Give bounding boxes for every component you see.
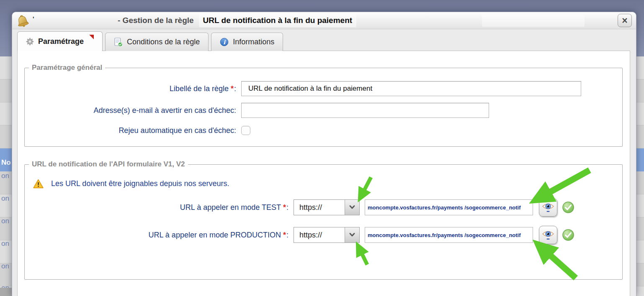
url-test-label: URL à appeler en mode TEST*: <box>25 203 289 212</box>
fieldset-legend: URL de notification de l'API formulaire … <box>29 160 188 168</box>
check-circle-icon <box>562 201 574 214</box>
tab-parametrage[interactable]: Paramétrage <box>17 31 103 51</box>
bell-icon <box>15 14 30 28</box>
background-row-fragment: on <box>1 194 9 203</box>
check-circle-icon <box>562 229 574 241</box>
email-input[interactable] <box>241 103 489 118</box>
titlebar-mark: ' <box>33 15 34 22</box>
required-asterisk: * <box>283 203 286 212</box>
background-row-fragment: No <box>1 158 11 167</box>
chevron-down-icon[interactable] <box>345 227 359 242</box>
warning-icon <box>33 179 44 189</box>
url-production-label: URL à appeler en mode PRODUCTION*: <box>25 231 289 240</box>
rejeu-label: Rejeu automatique en cas d'échec: <box>25 126 236 135</box>
tab-label: Conditions de la règle <box>127 38 200 46</box>
label-colon: : <box>234 84 236 93</box>
fieldset-parametrage-general: Paramétrage général Libellé de la règle*… <box>24 64 623 147</box>
dialog-title-rule-name: URL de notification à la fin du paiement <box>199 14 356 27</box>
tab-conditions[interactable]: Conditions de la règle <box>105 33 209 51</box>
url-test-input[interactable] <box>365 199 533 215</box>
protocol-value: https:// <box>294 227 345 242</box>
document-check-icon <box>114 38 123 47</box>
label-colon: : <box>286 203 289 212</box>
chevron-down-icon[interactable] <box>345 200 359 215</box>
tab-bar: Paramétrage Conditions de la règle <box>17 32 283 51</box>
gear-icon <box>26 38 34 46</box>
tab-label: Informations <box>233 38 274 46</box>
url-test-valid-status <box>562 201 574 214</box>
preview-url-production-button[interactable] <box>539 226 557 244</box>
form-row-rejeu: Rejeu automatique en cas d'échec: <box>25 125 622 136</box>
warning-text: Les URL doivent être joignables depuis n… <box>51 179 229 188</box>
protocol-value: https:// <box>294 200 345 215</box>
close-icon: × <box>622 16 627 26</box>
form-row-url-production: URL à appeler en mode PRODUCTION*: https… <box>25 226 622 244</box>
preview-url-test-button[interactable] <box>539 198 557 217</box>
url-production-valid-status <box>562 229 574 241</box>
close-button[interactable]: × <box>618 14 632 27</box>
libelle-input[interactable] <box>241 81 581 96</box>
required-asterisk: * <box>283 231 286 239</box>
warning-row: Les URL doivent être joignables depuis n… <box>33 179 622 189</box>
titlebar-highlight-block <box>482 14 585 27</box>
background-row-fragment: on <box>1 171 9 181</box>
screen: No on on on on on on ' <box>0 0 644 296</box>
dialog-title-prefix: - Gestion de la règle <box>118 16 194 25</box>
dialog-titlebar: ' - Gestion de la règle URL de notificat… <box>12 12 636 29</box>
required-asterisk: * <box>231 84 234 93</box>
eye-icon <box>541 202 555 213</box>
url-production-input[interactable] <box>365 227 533 243</box>
dialog-title: - Gestion de la règle URL de notificatio… <box>118 12 356 29</box>
background-row-fragment: on <box>1 217 9 226</box>
tab-informations[interactable]: i Informations <box>211 33 283 51</box>
background-row-fragment: on <box>1 239 9 248</box>
form-row-url-test: URL à appeler en mode TEST*: https:// <box>25 198 622 217</box>
eye-icon <box>541 230 555 240</box>
background-row-fragment: on <box>1 262 9 271</box>
fieldset-url-notification: URL de notification de l'API formulaire … <box>24 160 623 280</box>
protocol-select-production[interactable]: https:// <box>294 227 360 243</box>
label-text: URL à appeler en mode TEST <box>180 203 281 212</box>
modified-flag-icon <box>89 35 94 39</box>
label-text: Libellé de la règle <box>170 84 229 93</box>
info-icon: i <box>220 38 229 46</box>
protocol-select-test[interactable]: https:// <box>294 199 360 215</box>
form-row-libelle: Libellé de la règle*: <box>25 81 622 96</box>
libelle-label: Libellé de la règle*: <box>25 84 236 93</box>
tab-panel-parametrage: Paramétrage général Libellé de la règle*… <box>17 51 630 296</box>
dialog-gestion-regle: ' - Gestion de la règle URL de notificat… <box>12 12 636 296</box>
label-text: URL à appeler en mode PRODUCTION <box>149 231 281 239</box>
rejeu-checkbox[interactable] <box>241 126 250 135</box>
email-label: Adresse(s) e-mail à avertir en cas d'éch… <box>25 106 236 115</box>
form-row-email: Adresse(s) e-mail à avertir en cas d'éch… <box>25 103 622 118</box>
label-colon: : <box>286 231 289 239</box>
background-footer-block <box>0 288 12 296</box>
fieldset-legend: Paramétrage général <box>29 64 105 72</box>
tab-label: Paramétrage <box>38 37 84 46</box>
